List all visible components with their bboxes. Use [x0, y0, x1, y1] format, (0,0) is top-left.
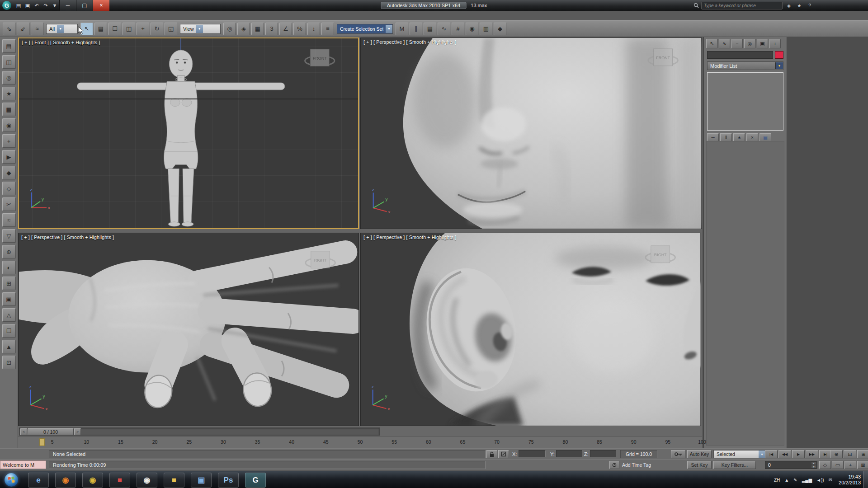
qat-dropdown-icon[interactable]: ▼: [50, 1, 59, 9]
maximize-button[interactable]: ▢: [76, 0, 93, 11]
object-color-swatch[interactable]: [775, 51, 783, 59]
spinner-down-icon[interactable]: ▼: [811, 465, 816, 469]
left-tool-icon-20[interactable]: ▲: [2, 340, 16, 353]
tab-utilities-icon[interactable]: +: [769, 39, 781, 48]
show-desktop-button[interactable]: [863, 471, 868, 488]
communication-center-icon[interactable]: ◈: [785, 2, 793, 9]
go-to-start-button[interactable]: |◀: [765, 450, 778, 458]
set-key-button[interactable]: Set Key: [687, 461, 712, 469]
chrome-icon[interactable]: ◉: [82, 473, 103, 488]
viewport-perspective-face[interactable]: [ + ] [ Perspective ] [ Smooth + Highlig…: [360, 38, 702, 229]
unlink-selection-icon[interactable]: ⇙: [17, 23, 29, 35]
left-tool-icon-15[interactable]: ◐: [2, 261, 16, 274]
favorites-icon[interactable]: ★: [795, 2, 803, 9]
next-frame-button[interactable]: ▶▶: [806, 450, 818, 458]
frame-spinner-arrows[interactable]: ▲ ▼: [811, 461, 816, 469]
display-settings-icon[interactable]: ▣: [191, 473, 212, 488]
viewport-label[interactable]: [ + ] [ Perspective ] [ Smooth + Highlig…: [363, 39, 456, 45]
previous-frame-button[interactable]: ◀◀: [778, 450, 791, 458]
select-and-scale-icon[interactable]: ◱: [165, 23, 177, 35]
named-selection-set-combo[interactable]: Create Selection Set ▼: [337, 24, 393, 34]
selection-filter-dropdown[interactable]: All ▼: [46, 24, 78, 34]
z-coordinate-field[interactable]: [590, 450, 616, 457]
left-tool-icon-8[interactable]: ▶: [2, 150, 16, 164]
percent-snap-icon[interactable]: %: [293, 23, 306, 35]
tab-create-icon[interactable]: ↖: [706, 39, 717, 48]
media-tool-icon[interactable]: ■: [109, 473, 130, 488]
zoom-extents-icon[interactable]: ⊞: [857, 450, 868, 458]
firefox-icon[interactable]: ◉: [55, 473, 76, 488]
left-tool-icon-19[interactable]: ☐: [2, 324, 16, 338]
window-crossing-icon[interactable]: ◫: [123, 23, 135, 35]
time-slider-thumb[interactable]: 0 / 100: [28, 428, 74, 435]
select-and-rotate-icon[interactable]: ↻: [151, 23, 163, 35]
align-icon[interactable]: ∥: [410, 23, 422, 35]
render-production-icon[interactable]: ◆: [494, 23, 506, 35]
tab-display-icon[interactable]: ▣: [757, 39, 768, 48]
close-button[interactable]: ×: [93, 0, 109, 11]
left-tool-icon-6[interactable]: ◉: [2, 118, 16, 132]
lock-selection-button[interactable]: [486, 450, 497, 458]
internet-explorer-icon[interactable]: e: [28, 473, 49, 488]
save-file-icon[interactable]: ▣: [23, 1, 32, 9]
photoshop-icon[interactable]: Ps: [218, 473, 239, 488]
redo-icon[interactable]: ↷: [41, 1, 50, 9]
field-of-view-icon[interactable]: ▭: [832, 461, 844, 469]
left-tool-icon-3[interactable]: ◎: [2, 71, 16, 84]
select-and-move-icon[interactable]: +: [137, 23, 149, 35]
3dsmax-icon[interactable]: G: [245, 473, 266, 488]
viewport-label[interactable]: [ + ] [ Perspective ] [ Smooth + Highlig…: [21, 235, 114, 240]
zoom-icon[interactable]: ⊕: [830, 450, 843, 458]
tab-modify-icon[interactable]: ∿: [719, 39, 730, 48]
next-frame-arrow[interactable]: >: [74, 428, 81, 435]
modifier-stack[interactable]: [707, 72, 783, 131]
taskbar-clock[interactable]: 19:43 20/2/2013: [839, 474, 861, 486]
previous-frame-arrow[interactable]: <: [20, 428, 27, 435]
face-model[interactable]: FRONT z x y: [361, 38, 702, 229]
track-bar[interactable]: 5101520253035404550556065707580859095100: [18, 436, 702, 448]
left-tool-icon-13[interactable]: ▽: [2, 229, 16, 243]
x-coordinate-field[interactable]: [519, 450, 546, 457]
left-tool-icon-10[interactable]: ◇: [2, 182, 16, 195]
bind-to-space-warp-icon[interactable]: ≈: [31, 23, 43, 35]
add-time-tag-label[interactable]: Add Time Tag: [622, 462, 651, 468]
rectangular-selection-region-icon[interactable]: ☐: [108, 23, 121, 35]
curve-editor-icon[interactable]: ∿: [438, 23, 450, 35]
open-file-icon[interactable]: ▤: [14, 1, 23, 9]
layer-manager-icon[interactable]: ▤: [424, 23, 436, 35]
viewport-perspective-ear[interactable]: [ + ] [ Perspective ] [ Smooth + Highlig…: [360, 233, 701, 426]
schematic-view-icon[interactable]: #: [452, 23, 464, 35]
left-tool-icon-17[interactable]: ▣: [2, 292, 16, 306]
spinner-snap-icon[interactable]: ↕: [307, 23, 320, 35]
keyboard-shortcut-override-icon[interactable]: ▦: [251, 23, 264, 35]
help-icon[interactable]: ?: [806, 2, 814, 9]
reference-coordinate-dropdown[interactable]: View ▼: [180, 24, 221, 34]
zoom-all-icon[interactable]: ⊡: [844, 450, 856, 458]
tray-expand-icon[interactable]: ▲: [784, 478, 789, 483]
pen-settings-icon[interactable]: ✎: [793, 478, 797, 483]
time-tag-icon-button[interactable]: [609, 461, 619, 469]
current-frame-marker[interactable]: [39, 438, 45, 446]
tab-hierarchy-icon[interactable]: ≡: [731, 39, 743, 48]
key-mode-dropdown[interactable]: Selected ▼: [713, 450, 766, 458]
network-status-icon[interactable]: ▂▄▆: [802, 478, 812, 483]
set-keys-button[interactable]: [671, 450, 685, 458]
left-tool-icon-18[interactable]: △: [2, 308, 16, 322]
object-name-field[interactable]: [707, 51, 773, 59]
left-tool-icon-21[interactable]: ⊡: [2, 356, 16, 369]
select-and-link-icon[interactable]: ⇘: [3, 23, 15, 35]
minimize-button[interactable]: ─: [59, 0, 76, 11]
viewport-perspective-hand[interactable]: [ + ] [ Perspective ] [ Smooth + Highlig…: [18, 233, 359, 426]
left-tool-icon-12[interactable]: ≈: [2, 213, 16, 227]
left-tool-icon-4[interactable]: ★: [2, 87, 16, 100]
y-coordinate-field[interactable]: [556, 450, 582, 457]
application-menu-icon[interactable]: G: [2, 1, 11, 10]
viewport-label[interactable]: [ + ] [ Front ] [ Smooth + Highlights ]: [22, 40, 100, 45]
volume-icon[interactable]: ◄)): [816, 478, 824, 483]
left-tool-icon-16[interactable]: ⊞: [2, 277, 16, 290]
tab-motion-icon[interactable]: ◎: [744, 39, 755, 48]
spinner-up-icon[interactable]: ▲: [811, 461, 816, 465]
left-tool-icon-9[interactable]: ◆: [2, 166, 16, 179]
mirror-icon[interactable]: M: [396, 23, 408, 35]
angle-snap-icon[interactable]: ∠: [279, 23, 292, 35]
